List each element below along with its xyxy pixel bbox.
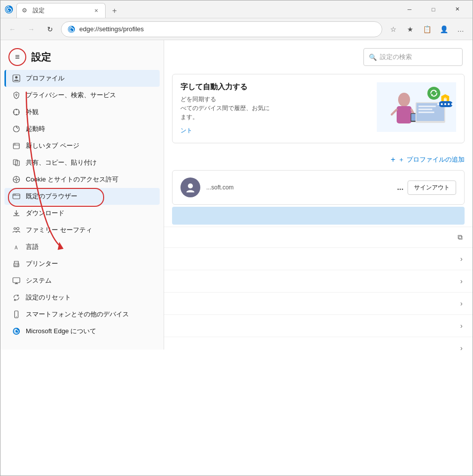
privacy-icon bbox=[12, 91, 21, 100]
sidebar-item-language[interactable]: Ａ 言語 bbox=[4, 238, 160, 255]
sidebar-item-label-system: システム bbox=[26, 276, 52, 285]
right-panel: 🔍 設定の検索 字して自動入力する どを同期する べてのデバイス間で履歴、お気に… bbox=[164, 40, 473, 476]
svg-point-61 bbox=[444, 103, 446, 105]
chevron-right-icon-4: › bbox=[460, 322, 463, 330]
chevron-right-icon-3: › bbox=[460, 299, 463, 307]
minimize-button[interactable]: ─ bbox=[398, 2, 421, 17]
star-button[interactable]: ☆ bbox=[385, 21, 401, 37]
sync-banner: 字して自動入力する どを同期する べてのデバイス間で履歴、お気に ます。 ント bbox=[172, 74, 465, 143]
sidebar-item-download[interactable]: ダウンロード bbox=[4, 205, 160, 222]
new-tab-button[interactable]: + bbox=[108, 4, 121, 18]
profile-more-button[interactable]: ... bbox=[397, 183, 404, 192]
sidebar-item-label-printer: プリンター bbox=[26, 259, 58, 268]
sidebar-item-reset[interactable]: 設定のリセット bbox=[4, 289, 160, 306]
svg-point-66 bbox=[188, 183, 193, 188]
sync-illustration bbox=[377, 82, 456, 132]
sidebar-nav: プロファイル プライバシー、検索、サービス 外観 bbox=[0, 70, 164, 340]
profile-button[interactable]: 👤 bbox=[436, 21, 452, 37]
arrow-row-4[interactable]: › bbox=[164, 314, 473, 337]
collections-button[interactable]: 📋 bbox=[419, 21, 435, 37]
arrow-row-5[interactable]: › bbox=[164, 337, 473, 359]
svg-point-36 bbox=[18, 264, 19, 265]
close-button[interactable]: ✕ bbox=[446, 2, 469, 17]
profile-actions: ... サインアウト bbox=[397, 180, 456, 195]
external-link-row[interactable]: ⧉ bbox=[164, 227, 473, 247]
sidebar-item-cookie[interactable]: Cookie とサイトのアクセス許可 bbox=[4, 171, 160, 188]
arrow-row-2[interactable]: › bbox=[164, 270, 473, 292]
content-header: 🔍 設定の検索 bbox=[164, 40, 473, 74]
signout-button[interactable]: サインアウト bbox=[408, 180, 456, 195]
sync-text-area: 字して自動入力する どを同期する べてのデバイス間で履歴、お気に ます。 ント bbox=[180, 82, 371, 135]
sidebar-item-family[interactable]: ファミリー セーフティ bbox=[4, 222, 160, 238]
active-tab[interactable]: ⚙ 設定 ✕ bbox=[16, 3, 106, 18]
family-icon bbox=[12, 226, 21, 235]
sidebar-item-printer[interactable]: プリンター bbox=[4, 255, 160, 272]
sync-description: どを同期する べてのデバイス間で履歴、お気に ます。 bbox=[180, 95, 371, 121]
svg-point-31 bbox=[14, 228, 16, 230]
profile-email: ...soft.com bbox=[206, 184, 391, 191]
address-bar[interactable]: edge://settings/profiles bbox=[61, 21, 382, 37]
svg-rect-14 bbox=[13, 143, 19, 149]
svg-point-9 bbox=[16, 114, 17, 115]
sidebar-item-startup[interactable]: 起動時 bbox=[4, 120, 160, 137]
svg-point-10 bbox=[13, 112, 14, 113]
browser-window: ⚙ 設定 ✕ + ─ □ ✕ ← → ↻ edge://settings/pro… bbox=[0, 0, 473, 476]
arrow-row-1[interactable]: › bbox=[164, 247, 473, 270]
svg-rect-35 bbox=[15, 265, 18, 266]
download-icon bbox=[12, 209, 21, 218]
svg-point-63 bbox=[451, 103, 453, 105]
tab-close-button[interactable]: ✕ bbox=[92, 7, 100, 15]
hamburger-button[interactable]: ≡ bbox=[8, 48, 26, 66]
svg-point-20 bbox=[15, 178, 17, 180]
sidebar-item-label-cookie: Cookie とサイトのアクセス許可 bbox=[26, 175, 118, 184]
highlighted-row bbox=[172, 207, 465, 225]
arrow-row-3[interactable]: › bbox=[164, 292, 473, 314]
sidebar-item-privacy[interactable]: プライバシー、検索、サービス bbox=[4, 87, 160, 104]
search-box[interactable]: 🔍 設定の検索 bbox=[363, 48, 463, 66]
sidebar-item-profile[interactable]: プロファイル bbox=[4, 70, 160, 87]
sidebar-item-newtab[interactable]: 新しいタブ ページ bbox=[4, 137, 160, 154]
sidebar-item-label-profile: プロファイル bbox=[26, 74, 64, 83]
tab-settings-icon: ⚙ bbox=[22, 7, 30, 15]
maximize-button[interactable]: □ bbox=[422, 2, 445, 17]
sidebar-item-default-browser[interactable]: 既定のブラウザー bbox=[4, 188, 160, 205]
sidebar-item-about[interactable]: Microsoft Edge について bbox=[4, 323, 160, 340]
sync-link[interactable]: ント bbox=[180, 127, 192, 134]
svg-text:Ａ: Ａ bbox=[13, 244, 19, 250]
title-bar: ⚙ 設定 ✕ + ─ □ ✕ bbox=[0, 0, 473, 18]
profile-icon bbox=[12, 74, 21, 83]
sidebar-item-share[interactable]: 共有、コピー、貼り付け bbox=[4, 154, 160, 171]
sidebar-item-label-startup: 起動時 bbox=[26, 124, 45, 133]
printer-icon bbox=[12, 259, 21, 268]
svg-rect-65 bbox=[444, 99, 447, 101]
sidebar-item-label-privacy: プライバシー、検索、サービス bbox=[26, 91, 116, 100]
add-profile-row[interactable]: + ＋ プロファイルの追加 bbox=[164, 151, 473, 168]
refresh-button[interactable]: ↻ bbox=[42, 21, 58, 37]
newtab-icon bbox=[12, 141, 21, 150]
sync-title: 字して自動入力する bbox=[180, 82, 371, 92]
sidebar-item-label-smartphone: スマートフォンとその他のデバイス bbox=[26, 310, 129, 319]
svg-point-56 bbox=[427, 87, 440, 100]
svg-rect-37 bbox=[13, 278, 20, 283]
sidebar-item-label-appearance: 外観 bbox=[26, 108, 39, 117]
svg-rect-50 bbox=[412, 114, 416, 121]
back-button[interactable]: ← bbox=[4, 21, 20, 37]
language-icon: Ａ bbox=[12, 242, 21, 251]
sidebar-item-label-reset: 設定のリセット bbox=[26, 293, 71, 302]
sidebar-item-system[interactable]: システム bbox=[4, 272, 160, 289]
add-profile-label: ＋ プロファイルの追加 bbox=[398, 155, 465, 164]
reset-icon bbox=[12, 293, 21, 302]
sidebar-item-label-language: 言語 bbox=[26, 242, 39, 251]
chevron-right-icon-5: › bbox=[460, 344, 463, 352]
main-content: ≡ 設定 プロファイル bbox=[0, 40, 473, 476]
favorites-button[interactable]: ★ bbox=[402, 21, 418, 37]
more-button[interactable]: … bbox=[453, 21, 469, 37]
sidebar-item-label-family: ファミリー セーフティ bbox=[26, 226, 92, 235]
forward-button[interactable]: → bbox=[23, 21, 39, 37]
smartphone-icon bbox=[12, 310, 21, 319]
tab-strip: ⚙ 設定 ✕ + bbox=[16, 0, 398, 18]
sidebar-item-smartphone[interactable]: スマートフォンとその他のデバイス bbox=[4, 306, 160, 323]
svg-line-13 bbox=[16, 127, 18, 129]
svg-point-28 bbox=[15, 194, 16, 195]
sidebar-item-appearance[interactable]: 外観 bbox=[4, 104, 160, 120]
